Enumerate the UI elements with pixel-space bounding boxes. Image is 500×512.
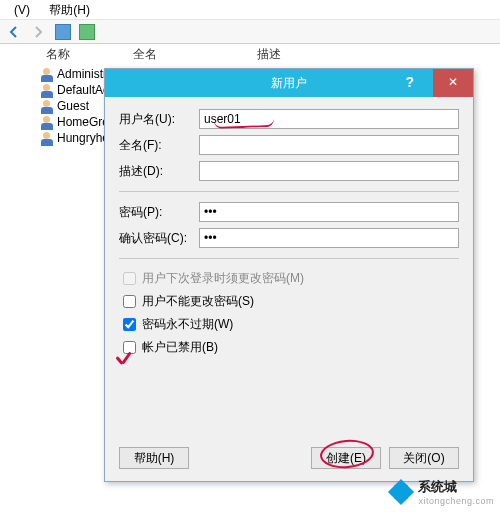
list-item[interactable]: Guest: [40, 98, 109, 114]
checkbox-account-disabled[interactable]: 帐户已禁用(B): [119, 338, 459, 357]
checkbox-never-expires[interactable]: 密码永不过期(W): [119, 315, 459, 334]
list-item[interactable]: Hungryhe: [40, 130, 109, 146]
dialog-titlebar[interactable]: 新用户 ? ✕: [105, 69, 473, 97]
confirm-password-label: 确认密码(C):: [119, 230, 199, 247]
new-user-dialog: 新用户 ? ✕ 用户名(U): 全名(F): 描述(D): 密码(P): 确认密…: [104, 68, 474, 482]
password-label: 密码(P):: [119, 204, 199, 221]
dialog-title: 新用户: [271, 69, 307, 97]
fullname-label: 全名(F):: [119, 137, 199, 154]
annotation-checkmark: [116, 352, 134, 366]
menu-view[interactable]: (V): [6, 3, 38, 17]
list-item[interactable]: DefaultAc: [40, 82, 109, 98]
fullname-input[interactable]: [199, 135, 459, 155]
description-label: 描述(D):: [119, 163, 199, 180]
column-headers: 名称 全名 描述: [40, 46, 500, 66]
list-item[interactable]: Administr: [40, 66, 109, 82]
watermark-url: xitongcheng.com: [418, 496, 494, 506]
user-icon: [40, 116, 54, 130]
checkbox-must-change: 用户下次登录时须更改密码(M): [119, 269, 459, 288]
forward-icon: [30, 24, 46, 40]
watermark-brand: 系统城: [418, 479, 457, 494]
confirm-password-input[interactable]: [199, 228, 459, 248]
toolbar: [0, 20, 500, 44]
user-icon: [40, 68, 54, 82]
close-button[interactable]: 关闭(O): [389, 447, 459, 469]
list-item[interactable]: HomeGro: [40, 114, 109, 130]
help-button[interactable]: 帮助(H): [119, 447, 189, 469]
user-icon: [40, 132, 54, 146]
checkbox-input[interactable]: [123, 318, 136, 331]
separator: [119, 191, 459, 192]
menu-bar: (V) 帮助(H): [0, 0, 500, 20]
dialog-help-button[interactable]: ?: [390, 69, 430, 97]
user-list: Administr DefaultAc Guest HomeGro Hungry…: [40, 66, 109, 146]
description-input[interactable]: [199, 161, 459, 181]
menu-help[interactable]: 帮助(H): [41, 2, 98, 19]
properties-icon[interactable]: [55, 24, 71, 40]
username-label: 用户名(U):: [119, 111, 199, 128]
annotation-underline: [214, 117, 274, 129]
col-name[interactable]: 名称: [40, 46, 130, 63]
user-icon: [40, 84, 54, 98]
back-icon[interactable]: [6, 24, 22, 40]
col-description[interactable]: 描述: [257, 46, 377, 63]
password-input[interactable]: [199, 202, 459, 222]
dialog-close-button[interactable]: ✕: [433, 69, 473, 97]
checkbox-input: [123, 272, 136, 285]
col-fullname[interactable]: 全名: [133, 46, 253, 63]
checkbox-input[interactable]: [123, 295, 136, 308]
checkbox-cannot-change[interactable]: 用户不能更改密码(S): [119, 292, 459, 311]
watermark-logo-icon: [390, 481, 412, 503]
refresh-icon[interactable]: [79, 24, 95, 40]
user-icon: [40, 100, 54, 114]
separator: [119, 258, 459, 259]
watermark: 系统城 xitongcheng.com: [390, 478, 494, 506]
